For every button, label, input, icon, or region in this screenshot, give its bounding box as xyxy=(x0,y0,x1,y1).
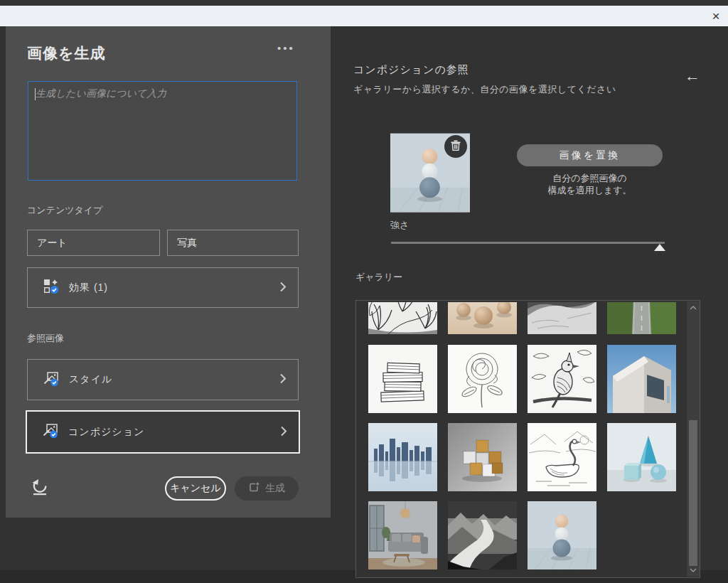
style-reference-icon xyxy=(43,371,59,389)
gallery-item-city-skyline[interactable] xyxy=(368,423,437,491)
generate-image-dialog: × 画像を生成 ••• コンテンツタイプ アート 写真 xyxy=(0,0,728,583)
gallery-item-sand-spheres[interactable] xyxy=(448,302,517,334)
more-options-button[interactable]: ••• xyxy=(277,42,295,54)
window-top-edge xyxy=(0,0,728,6)
composition-reference-icon xyxy=(43,423,58,441)
scroll-down-icon[interactable] xyxy=(687,565,700,575)
style-reference-button[interactable]: スタイル xyxy=(27,359,299,400)
content-type-label: コンテンツタイプ xyxy=(27,204,102,217)
prompt-input[interactable] xyxy=(28,81,297,181)
generation-settings-pane: 画像を生成 ••• コンテンツタイプ アート 写真 xyxy=(6,26,331,518)
gallery-panel xyxy=(355,300,700,578)
prompt-input-wrap xyxy=(28,81,297,181)
text-caret xyxy=(35,88,36,100)
effects-button[interactable]: 効果 (1) xyxy=(27,267,299,308)
scrollbar-thumb[interactable] xyxy=(689,420,697,566)
trash-icon xyxy=(451,140,461,154)
gallery-item-swan-sketch[interactable] xyxy=(528,423,596,491)
chevron-right-icon xyxy=(280,425,287,439)
style-reference-label: スタイル xyxy=(69,373,112,386)
composition-reference-subtitle: ギャラリーから選択するか、自分の画像を選択してください xyxy=(353,83,616,96)
composition-reference-title: コンポジションの参照 xyxy=(353,63,469,77)
gallery-item-mountain-river[interactable] xyxy=(448,501,517,569)
gallery-item-living-room[interactable] xyxy=(368,501,437,569)
gallery-item-botanical-sketch[interactable] xyxy=(368,302,437,334)
gallery-item-metal-cubes[interactable] xyxy=(448,423,517,491)
gallery-item-books-sketch[interactable] xyxy=(368,345,437,413)
generate-button[interactable]: 生成 xyxy=(235,476,299,501)
chevron-right-icon xyxy=(279,373,287,387)
gallery-scrollbar[interactable] xyxy=(687,301,700,577)
gallery-item-rose-sketch[interactable] xyxy=(448,345,517,413)
replace-image-label: 画像を置換 xyxy=(560,149,620,162)
content-type-art-label: アート xyxy=(37,237,68,250)
close-icon[interactable]: × xyxy=(707,7,725,25)
cancel-button-label: キャンセル xyxy=(170,482,221,495)
composition-reference-label: コンポジション xyxy=(68,426,144,439)
gallery-item-aerial-road[interactable] xyxy=(607,302,676,334)
strength-slider-track[interactable] xyxy=(391,242,665,244)
delete-reference-button[interactable] xyxy=(444,135,467,158)
content-type-art-button[interactable]: アート xyxy=(27,230,160,256)
replace-description: 自分の参照画像の 構成を適用します。 xyxy=(517,172,663,196)
replace-description-line2: 構成を適用します。 xyxy=(517,184,663,196)
reset-icon[interactable] xyxy=(31,477,49,497)
composition-reference-button[interactable]: コンポジション xyxy=(26,410,300,454)
gallery-item-desert-dunes[interactable] xyxy=(528,302,596,334)
content-type-photo-label: 写真 xyxy=(177,237,197,250)
generate-button-label: 生成 xyxy=(265,482,285,495)
scroll-up-icon[interactable] xyxy=(687,303,700,313)
page-title: 画像を生成 xyxy=(27,43,106,63)
gallery-item-stacked-spheres[interactable] xyxy=(528,501,596,569)
effects-button-label: 効果 (1) xyxy=(69,282,108,294)
gallery-item-bird-sketch[interactable] xyxy=(528,345,596,413)
effects-icon xyxy=(43,279,59,296)
gallery-label: ギャラリー xyxy=(355,271,402,284)
gallery-item-geometric-shapes[interactable] xyxy=(607,423,676,491)
reference-images-label: 参照画像 xyxy=(27,332,64,345)
generate-icon xyxy=(248,481,260,496)
dialog-titlebar: × xyxy=(0,6,728,26)
cancel-button[interactable]: キャンセル xyxy=(165,476,226,501)
strength-label: 強さ xyxy=(390,219,409,232)
replace-image-button[interactable]: 画像を置換 xyxy=(517,144,663,166)
back-arrow-icon[interactable]: ← xyxy=(682,67,702,85)
chevron-right-icon xyxy=(279,281,287,294)
content-type-photo-button[interactable]: 写真 xyxy=(167,230,299,256)
replace-description-line1: 自分の参照画像の xyxy=(517,172,663,184)
strength-slider-handle[interactable] xyxy=(654,244,665,251)
gallery-item-modern-building[interactable] xyxy=(607,345,676,413)
dialog-body: 画像を生成 ••• コンテンツタイプ アート 写真 xyxy=(0,26,728,570)
